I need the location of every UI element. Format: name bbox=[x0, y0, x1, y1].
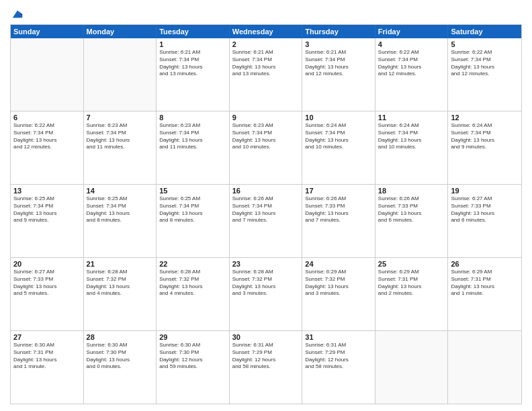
day-number: 27 bbox=[13, 333, 81, 341]
cell-text: Sunrise: 6:26 AM Sunset: 7:33 PM Dayligh… bbox=[305, 195, 372, 224]
calendar-cell: 3Sunrise: 6:21 AM Sunset: 7:34 PM Daylig… bbox=[302, 38, 375, 111]
calendar-cell: 6Sunrise: 6:22 AM Sunset: 7:34 PM Daylig… bbox=[11, 111, 84, 184]
logo-icon bbox=[11, 8, 24, 20]
calendar-cell: 4Sunrise: 6:22 AM Sunset: 7:34 PM Daylig… bbox=[375, 38, 449, 111]
cell-text: Sunrise: 6:28 AM Sunset: 7:32 PM Dayligh… bbox=[159, 269, 226, 298]
calendar-cell: 24Sunrise: 6:29 AM Sunset: 7:32 PM Dayli… bbox=[302, 258, 375, 330]
calendar-cell: 8Sunrise: 6:23 AM Sunset: 7:34 PM Daylig… bbox=[157, 111, 230, 184]
day-number: 16 bbox=[232, 187, 300, 195]
cell-text: Sunrise: 6:30 AM Sunset: 7:30 PM Dayligh… bbox=[159, 342, 226, 371]
calendar-cell: 30Sunrise: 6:31 AM Sunset: 7:29 PM Dayli… bbox=[230, 331, 303, 404]
calendar-cell: 7Sunrise: 6:23 AM Sunset: 7:34 PM Daylig… bbox=[84, 111, 157, 184]
header-day-sunday: Sunday bbox=[11, 25, 84, 38]
calendar-cell: 14Sunrise: 6:25 AM Sunset: 7:34 PM Dayli… bbox=[84, 185, 157, 257]
cell-text: Sunrise: 6:28 AM Sunset: 7:32 PM Dayligh… bbox=[232, 269, 300, 298]
cell-text: Sunrise: 6:30 AM Sunset: 7:31 PM Dayligh… bbox=[13, 342, 81, 371]
day-number: 26 bbox=[451, 260, 519, 268]
day-number: 17 bbox=[305, 187, 372, 195]
day-number: 29 bbox=[159, 333, 226, 341]
logo-text bbox=[10, 7, 24, 20]
calendar-cell: 10Sunrise: 6:24 AM Sunset: 7:34 PM Dayli… bbox=[302, 111, 375, 184]
header-day-saturday: Saturday bbox=[448, 25, 521, 38]
page: SundayMondayTuesdayWednesdayThursdayFrid… bbox=[0, 0, 532, 411]
calendar-header: SundayMondayTuesdayWednesdayThursdayFrid… bbox=[11, 25, 521, 38]
cell-text: Sunrise: 6:25 AM Sunset: 7:34 PM Dayligh… bbox=[159, 195, 226, 224]
cell-text: Sunrise: 6:26 AM Sunset: 7:34 PM Dayligh… bbox=[232, 195, 300, 224]
calendar-cell: 1Sunrise: 6:21 AM Sunset: 7:34 PM Daylig… bbox=[157, 38, 230, 111]
day-number: 28 bbox=[87, 333, 154, 341]
calendar-cell: 13Sunrise: 6:25 AM Sunset: 7:34 PM Dayli… bbox=[11, 185, 84, 257]
day-number: 6 bbox=[13, 113, 81, 122]
cell-text: Sunrise: 6:23 AM Sunset: 7:34 PM Dayligh… bbox=[232, 122, 300, 151]
calendar-week-2: 13Sunrise: 6:25 AM Sunset: 7:34 PM Dayli… bbox=[11, 185, 521, 258]
cell-text: Sunrise: 6:27 AM Sunset: 7:33 PM Dayligh… bbox=[13, 269, 81, 298]
day-number: 30 bbox=[232, 333, 300, 341]
cell-text: Sunrise: 6:23 AM Sunset: 7:34 PM Dayligh… bbox=[159, 122, 226, 151]
cell-text: Sunrise: 6:22 AM Sunset: 7:34 PM Dayligh… bbox=[451, 49, 519, 78]
cell-text: Sunrise: 6:28 AM Sunset: 7:32 PM Dayligh… bbox=[87, 269, 154, 298]
calendar-cell: 29Sunrise: 6:30 AM Sunset: 7:30 PM Dayli… bbox=[157, 331, 230, 404]
cell-text: Sunrise: 6:29 AM Sunset: 7:31 PM Dayligh… bbox=[451, 269, 519, 298]
calendar-cell: 19Sunrise: 6:27 AM Sunset: 7:33 PM Dayli… bbox=[448, 185, 521, 257]
cell-text: Sunrise: 6:22 AM Sunset: 7:34 PM Dayligh… bbox=[13, 122, 81, 151]
day-number: 7 bbox=[87, 113, 154, 122]
day-number: 23 bbox=[232, 260, 300, 268]
cell-text: Sunrise: 6:21 AM Sunset: 7:34 PM Dayligh… bbox=[305, 49, 372, 78]
calendar-cell: 21Sunrise: 6:28 AM Sunset: 7:32 PM Dayli… bbox=[84, 258, 157, 330]
calendar-cell: 25Sunrise: 6:29 AM Sunset: 7:31 PM Dayli… bbox=[375, 258, 449, 330]
header-day-tuesday: Tuesday bbox=[157, 25, 230, 38]
calendar-cell: 2Sunrise: 6:21 AM Sunset: 7:34 PM Daylig… bbox=[230, 38, 303, 111]
calendar-cell: 9Sunrise: 6:23 AM Sunset: 7:34 PM Daylig… bbox=[230, 111, 303, 184]
day-number: 11 bbox=[378, 113, 445, 122]
header-day-friday: Friday bbox=[375, 25, 449, 38]
day-number: 20 bbox=[13, 260, 81, 268]
day-number: 31 bbox=[305, 333, 372, 341]
calendar-cell bbox=[11, 38, 84, 111]
calendar-week-0: 1Sunrise: 6:21 AM Sunset: 7:34 PM Daylig… bbox=[11, 38, 521, 111]
cell-text: Sunrise: 6:24 AM Sunset: 7:34 PM Dayligh… bbox=[305, 122, 372, 151]
calendar-cell: 15Sunrise: 6:25 AM Sunset: 7:34 PM Dayli… bbox=[157, 185, 230, 257]
calendar-cell: 16Sunrise: 6:26 AM Sunset: 7:34 PM Dayli… bbox=[230, 185, 303, 257]
calendar-cell: 18Sunrise: 6:26 AM Sunset: 7:33 PM Dayli… bbox=[375, 185, 449, 257]
day-number: 21 bbox=[87, 260, 154, 268]
calendar-cell: 26Sunrise: 6:29 AM Sunset: 7:31 PM Dayli… bbox=[448, 258, 521, 330]
day-number: 15 bbox=[159, 187, 226, 195]
day-number: 2 bbox=[232, 40, 300, 48]
logo bbox=[10, 7, 24, 20]
day-number: 19 bbox=[451, 187, 519, 195]
calendar-week-4: 27Sunrise: 6:30 AM Sunset: 7:31 PM Dayli… bbox=[11, 331, 521, 404]
cell-text: Sunrise: 6:30 AM Sunset: 7:30 PM Dayligh… bbox=[87, 342, 154, 371]
header-day-wednesday: Wednesday bbox=[230, 25, 303, 38]
day-number: 8 bbox=[159, 113, 226, 122]
day-number: 4 bbox=[378, 40, 445, 48]
calendar-week-3: 20Sunrise: 6:27 AM Sunset: 7:33 PM Dayli… bbox=[11, 258, 521, 331]
day-number: 10 bbox=[305, 113, 372, 122]
cell-text: Sunrise: 6:21 AM Sunset: 7:34 PM Dayligh… bbox=[232, 49, 300, 78]
calendar-cell bbox=[375, 331, 449, 404]
day-number: 1 bbox=[159, 40, 226, 48]
day-number: 25 bbox=[378, 260, 445, 268]
calendar-cell: 5Sunrise: 6:22 AM Sunset: 7:34 PM Daylig… bbox=[448, 38, 521, 111]
day-number: 12 bbox=[451, 113, 519, 122]
cell-text: Sunrise: 6:23 AM Sunset: 7:34 PM Dayligh… bbox=[87, 122, 154, 151]
calendar-cell: 11Sunrise: 6:24 AM Sunset: 7:34 PM Dayli… bbox=[375, 111, 449, 184]
calendar-cell: 12Sunrise: 6:24 AM Sunset: 7:34 PM Dayli… bbox=[448, 111, 521, 184]
calendar-cell: 22Sunrise: 6:28 AM Sunset: 7:32 PM Dayli… bbox=[157, 258, 230, 330]
day-number: 13 bbox=[13, 187, 81, 195]
day-number: 3 bbox=[305, 40, 372, 48]
calendar-cell: 27Sunrise: 6:30 AM Sunset: 7:31 PM Dayli… bbox=[11, 331, 84, 404]
calendar-cell bbox=[448, 331, 521, 404]
cell-text: Sunrise: 6:24 AM Sunset: 7:34 PM Dayligh… bbox=[378, 122, 445, 151]
cell-text: Sunrise: 6:31 AM Sunset: 7:29 PM Dayligh… bbox=[305, 342, 372, 371]
cell-text: Sunrise: 6:24 AM Sunset: 7:34 PM Dayligh… bbox=[451, 122, 519, 151]
calendar-week-1: 6Sunrise: 6:22 AM Sunset: 7:34 PM Daylig… bbox=[11, 111, 521, 185]
day-number: 22 bbox=[159, 260, 226, 268]
calendar: SundayMondayTuesdayWednesdayThursdayFrid… bbox=[10, 24, 522, 404]
header bbox=[10, 7, 522, 20]
cell-text: Sunrise: 6:29 AM Sunset: 7:32 PM Dayligh… bbox=[305, 269, 372, 298]
cell-text: Sunrise: 6:21 AM Sunset: 7:34 PM Dayligh… bbox=[159, 49, 226, 78]
cell-text: Sunrise: 6:25 AM Sunset: 7:34 PM Dayligh… bbox=[87, 195, 154, 224]
calendar-cell: 20Sunrise: 6:27 AM Sunset: 7:33 PM Dayli… bbox=[11, 258, 84, 330]
calendar-cell bbox=[84, 38, 157, 111]
header-day-thursday: Thursday bbox=[302, 25, 375, 38]
